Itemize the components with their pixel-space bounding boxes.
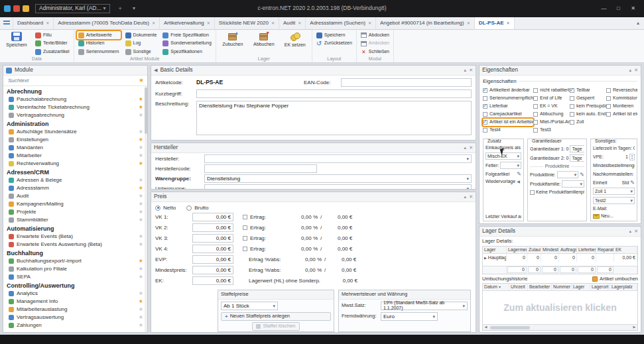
column-header-lagerplatz[interactable]: Lagerplatz	[610, 284, 637, 290]
fetter-select[interactable]	[500, 162, 521, 169]
quick-access-icon-1[interactable]	[13, 5, 20, 12]
close-icon[interactable]	[634, 67, 638, 74]
sidebar-item-adressen-belege[interactable]: Adressen & Belege	[3, 176, 147, 184]
ertrag-checkbox[interactable]	[243, 236, 247, 241]
checkbox-teilbar[interactable]: Teilbar	[570, 87, 606, 94]
kurzbegriff-input[interactable]	[196, 89, 472, 98]
sidebar-item-einstellungen[interactable]: Einstellungen	[3, 136, 147, 144]
minimize-button[interactable]	[597, 3, 611, 15]
fremdwaehrung-select[interactable]: Euro	[381, 312, 438, 321]
tab-close-icon[interactable]	[271, 20, 275, 26]
hersteller-select[interactable]	[204, 154, 472, 163]
dokumente-button[interactable]: Dokumente	[124, 31, 159, 39]
favorite-star-icon[interactable]	[139, 177, 143, 183]
sidebar-item-pauschalabrechnung[interactable]: Pauschalabrechnung	[3, 95, 147, 103]
checkbox-miet-portal-artikel[interactable]: Miet-/Portal-Artikel	[533, 119, 570, 126]
sidebar-item-adressstamm[interactable]: Adressstamm	[3, 184, 147, 192]
close-icon[interactable]	[469, 194, 473, 200]
main-menu-button[interactable]	[0, 17, 13, 29]
favorite-star-icon[interactable]	[139, 322, 143, 328]
column-header-datum[interactable]: Datum	[483, 284, 509, 290]
favorite-star-icon[interactable]	[139, 306, 143, 312]
checkbox-seriennummernpflichtig[interactable]: Seriennummernpflichtig	[483, 95, 533, 102]
checkbox-kein-preisupdate[interactable]: kein Preisupdate	[570, 103, 606, 110]
tab-close-icon[interactable]	[507, 20, 510, 26]
column-header-lieferbestand[interactable]: Lieferbestand	[577, 247, 596, 253]
netto-radio[interactable]	[155, 205, 161, 211]
untergruppe-select[interactable]	[204, 184, 472, 190]
edit-icon[interactable]	[580, 172, 584, 178]
checkbox-artikel-stueckliste[interactable]: Artikel ist eine Stückliste	[606, 111, 637, 118]
sidebar-item-erwartete-events-auswertung[interactable]: Erwartete Events Auswertung (Beta)	[3, 241, 147, 249]
tab-angebot[interactable]: Angebot #9000714 (in Bearbeitung)	[376, 17, 475, 29]
pin-icon[interactable]	[629, 228, 632, 235]
tab-adressstamm-techdata[interactable]: Adressstamm (70005 TechData Deuts)	[54, 17, 160, 29]
pin-icon[interactable]	[464, 194, 467, 200]
tab-stueckliste[interactable]: Stückliste NEW 2020	[215, 17, 279, 29]
checkbox-abbuchung[interactable]: Abbuchung	[533, 111, 570, 118]
sidebar-item-mitarbeiterauslastung[interactable]: Mitarbeiterauslastung	[3, 306, 147, 314]
sidebar-item-stammblaetter[interactable]: Stammblätter	[3, 216, 147, 224]
tab-close-icon[interactable]	[467, 20, 470, 26]
pin-icon[interactable]	[464, 144, 467, 151]
sidebar-item-mandanten[interactable]: Mandanten	[3, 144, 147, 152]
sidebar-item-zahlungen[interactable]: Zahlungen	[3, 321, 147, 329]
favorite-star-icon[interactable]	[139, 209, 143, 215]
produktlinie-section-label[interactable]: Produktlinie	[545, 164, 570, 169]
layout-speichern-button[interactable]: Speichern	[315, 31, 354, 39]
zusatzartikel-button[interactable]: Zusatzartikel	[34, 48, 71, 56]
sonderverarbeitung-button[interactable]: Sonderverarbeitung	[161, 40, 213, 48]
favorites-filter-star-icon[interactable]	[139, 77, 144, 84]
checkbox-end-of-life[interactable]: End of Life	[533, 95, 570, 102]
favorite-star-icon[interactable]	[139, 266, 143, 272]
column-header-uhrzeit[interactable]: Uhrzeit	[509, 284, 528, 290]
texte-bilder-button[interactable]: Texte/Bilder	[34, 40, 71, 48]
speichern-button[interactable]: Speichern	[3, 30, 31, 47]
ek-input[interactable]: 0,00 €	[192, 276, 233, 285]
sidebar-item-kalkulation[interactable]: Kalkulation pro Filiale	[3, 265, 147, 273]
tab-audit[interactable]: Audit	[279, 17, 306, 29]
column-header-auftragsbestand[interactable]: Auftragsbe...	[559, 247, 577, 253]
scrollbar-thumb[interactable]	[490, 326, 530, 329]
spezifikationen-button[interactable]: Spezifikationen	[161, 48, 213, 56]
pin-icon[interactable]	[629, 67, 632, 74]
checkbox-ek-vk[interactable]: EK = VK	[533, 103, 570, 110]
favorite-star-icon[interactable]	[139, 160, 143, 166]
column-header-mindestbestand[interactable]: Mindestbes...	[541, 247, 559, 253]
column-header-lager[interactable]: Lager	[483, 247, 507, 253]
vk3-input[interactable]: 0,00 €	[192, 234, 233, 243]
favorite-star-icon[interactable]	[139, 217, 143, 223]
quick-access-icon-2[interactable]	[23, 5, 29, 12]
tab-close-icon[interactable]	[46, 20, 49, 26]
favorite-star-icon[interactable]	[139, 258, 143, 264]
scroll-right-icon[interactable]: ▶	[631, 325, 637, 330]
favorite-star-icon[interactable]	[139, 129, 143, 135]
warengruppe-select[interactable]: Dienstleistung	[204, 174, 472, 183]
log-button[interactable]: Log	[124, 40, 159, 48]
abdocken-button[interactable]: Abdocken	[359, 31, 391, 39]
layout-zuruecksetzen-button[interactable]: Zurücksetzen	[315, 40, 354, 48]
spinner-icon[interactable]	[629, 154, 635, 160]
checkbox-artikeltext-aenderbar[interactable]: Artikeltext änderbar	[483, 87, 533, 94]
herstellercode-input[interactable]	[204, 164, 317, 173]
artikel-umbuchen-button[interactable]: Artikel umbuchen	[592, 276, 638, 282]
beschreibung-textarea[interactable]: Dienstleistung Frau Stephanie Popper	[196, 101, 472, 135]
column-header-zulauf[interactable]: Zulauf	[527, 247, 541, 253]
schliessen-button[interactable]: Schließen	[359, 48, 391, 56]
tab-dl-ps-ae-active[interactable]: DL-PS-AE	[475, 17, 515, 29]
maximize-button[interactable]	[612, 3, 625, 15]
sidebar-item-sepa[interactable]: SEPA	[3, 273, 147, 281]
checkbox-kommissionieren[interactable]: Kommissionieren	[606, 95, 637, 102]
garantie2-unit-select[interactable]: Tage	[570, 154, 584, 162]
tab-artikelverwaltung[interactable]: Artikelverwaltung	[160, 17, 215, 29]
sidebar-item-mitarbeiter[interactable]: Mitarbeiter	[3, 152, 147, 160]
ertrag-checkbox[interactable]	[243, 215, 247, 219]
checkbox-nicht-rabattierbar[interactable]: nicht rabattierbar	[533, 87, 570, 94]
add-quick-access-button[interactable]	[113, 3, 127, 15]
neuen-staffelpreis-button[interactable]: Neuen Staffelpreis anlegen	[221, 312, 331, 321]
seriennummern-button[interactable]: Seriennummern	[77, 48, 121, 56]
sidebar-item-aufschlaege[interactable]: Aufschläge Stundensätze	[3, 128, 147, 136]
scrollbar-thumb[interactable]	[145, 87, 147, 134]
chevron-left-icon[interactable]	[154, 67, 157, 74]
favorite-star-icon[interactable]	[139, 193, 143, 199]
